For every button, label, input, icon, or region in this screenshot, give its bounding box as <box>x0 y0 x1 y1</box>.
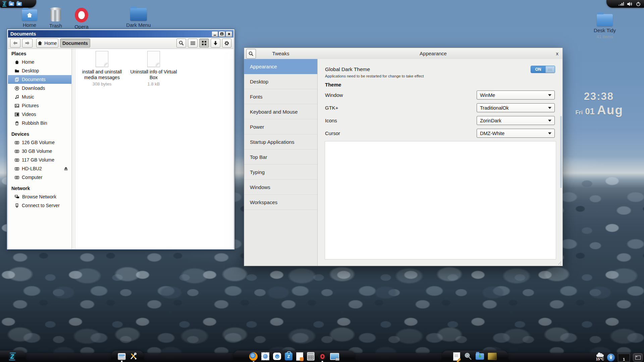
tweaks-header[interactable]: Tweaks Appearance x <box>244 48 562 59</box>
sidebar-item-videos[interactable]: Videos <box>8 110 71 119</box>
text-editor-launcher[interactable] <box>453 352 460 361</box>
chevron-down-icon <box>548 120 551 122</box>
back-button[interactable] <box>10 39 20 48</box>
file-item[interactable]: install and uninstall media messages 308… <box>77 51 127 86</box>
desktop-icon-home[interactable]: Home <box>15 9 44 28</box>
desktop-icon-trash[interactable]: Trash <box>42 9 70 28</box>
tweaks-nav-desktop[interactable]: Desktop <box>244 74 317 89</box>
file-manager-launcher[interactable] <box>118 353 126 360</box>
cursor-theme-dropdown[interactable]: DMZ-White <box>477 129 555 138</box>
sidebar-item-browse-network[interactable]: Browse Network <box>8 192 71 201</box>
maximize-button[interactable] <box>219 31 225 37</box>
tweaks-nav-typing[interactable]: Typing <box>244 165 317 180</box>
tools-icon <box>129 352 138 360</box>
home-folder-icon[interactable] <box>9 2 14 6</box>
minimize-button[interactable] <box>212 31 218 37</box>
desktop-icon-opera[interactable]: Opera <box>67 8 96 29</box>
document-file-icon <box>96 51 108 67</box>
close-button[interactable]: x <box>556 48 559 59</box>
sidebar-scrollbar[interactable] <box>72 49 75 249</box>
sidebar-item-hd-lbu2[interactable]: HD-LBU2 <box>8 164 71 173</box>
sidebar-item-30gb-volume[interactable]: 30 GB Volume <box>8 147 71 156</box>
eject-button[interactable] <box>64 167 68 171</box>
sidebar-item-computer[interactable]: Computer <box>8 173 71 182</box>
software-store-launcher[interactable]: Z <box>285 353 292 360</box>
show-desktop-button[interactable] <box>633 353 643 362</box>
sidebar-item-pictures[interactable]: Pictures <box>8 101 71 110</box>
home-crumb-button[interactable]: Home <box>36 39 58 48</box>
theme-row-gtk: GTK+ TraditionalOk <box>318 103 562 112</box>
firefox-launcher[interactable] <box>249 352 258 361</box>
temperature-label: 15°C <box>596 357 604 361</box>
search-icon <box>179 41 184 46</box>
sidebar-item-home[interactable]: Home <box>8 58 71 66</box>
grid-view-button[interactable] <box>199 39 209 48</box>
tweaks-nav-windows[interactable]: Windows <box>244 180 317 195</box>
chevron-down-icon <box>548 94 551 96</box>
volume-icon[interactable] <box>627 2 633 6</box>
tweaks-nav-keyboard-and-mouse[interactable]: Keyboard and Mouse <box>244 104 317 119</box>
window-theme-dropdown[interactable]: WinMe <box>477 90 555 100</box>
section-title-devices: Devices <box>8 130 71 138</box>
scrollbar-thumb[interactable] <box>560 116 562 188</box>
file-manager-body: Places Home Desktop Documents Downloads <box>8 49 233 249</box>
tweaks-nav-appearance[interactable]: Appearance <box>244 59 317 74</box>
global-dark-theme-toggle[interactable]: ON <box>531 66 555 73</box>
resize-grip[interactable] <box>558 261 561 265</box>
theme-preview-area <box>325 141 556 259</box>
icons-theme-dropdown[interactable]: ZorinDark <box>477 116 555 125</box>
sidebar-item-music[interactable]: Music <box>8 93 71 101</box>
download-button[interactable] <box>211 39 220 48</box>
row-label: Icons <box>325 116 337 125</box>
top-panel-left: Z <box>0 0 36 8</box>
search-tool-launcher[interactable] <box>464 352 472 360</box>
pictures-icon <box>15 104 19 108</box>
zorin-logo-icon[interactable]: Z <box>2 1 6 7</box>
thunderbird-launcher[interactable] <box>261 352 269 360</box>
documents-folder-icon[interactable] <box>16 2 22 6</box>
folder-icon <box>130 8 147 21</box>
forward-button[interactable] <box>22 39 33 48</box>
tweaks-nav-fonts[interactable]: Fonts <box>244 89 317 104</box>
opera-logo-icon <box>75 8 88 22</box>
signal-strength-icon[interactable] <box>619 2 624 6</box>
system-tools-launcher[interactable] <box>129 352 138 360</box>
sidebar-item-rubbish-bin[interactable]: Rubbish Bin <box>8 119 71 127</box>
cloud-icon <box>596 354 604 357</box>
sidebar-item-126gb-volume[interactable]: 126 GB Volume <box>8 138 71 147</box>
sidebar-item-117gb-volume[interactable]: 117 GB Volume <box>8 156 71 164</box>
documents-crumb-button[interactable]: Documents <box>60 39 90 48</box>
person-icon <box>609 355 613 360</box>
file-item[interactable]: Uninstall info of Virtual Box 1.8 kB <box>128 51 179 86</box>
gear-icon <box>224 41 229 46</box>
clock-day: Fri <box>575 109 583 116</box>
opera-launcher[interactable] <box>318 352 326 360</box>
zorin-menu-button[interactable]: Z <box>9 353 15 360</box>
tweaks-nav-power[interactable]: Power <box>244 119 317 134</box>
image-viewer-launcher[interactable] <box>488 353 497 360</box>
sidebar-item-downloads[interactable]: Downloads <box>8 84 71 93</box>
gtk-theme-dropdown[interactable]: TraditionalOk <box>477 103 555 112</box>
tweaks-nav-startup-applications[interactable]: Startup Applications <box>244 134 317 149</box>
tweaks-nav-top-bar[interactable]: Top Bar <box>244 149 317 165</box>
settings-button[interactable] <box>222 39 231 48</box>
desktop-icon-desk-tidy[interactable]: Desk Tidy 41 items <box>590 14 620 40</box>
sidebar-item-desktop[interactable]: Desktop <box>8 66 71 75</box>
power-icon[interactable] <box>636 2 641 6</box>
close-button[interactable] <box>226 31 232 37</box>
weather-applet[interactable]: 15°C <box>596 354 604 361</box>
theme-row-cursor: Cursor DMZ-White <box>318 129 562 138</box>
search-button[interactable] <box>176 39 186 48</box>
calculator-launcher[interactable] <box>307 352 315 361</box>
downloads-folder-launcher[interactable] <box>476 353 484 360</box>
screenshot-tool-launcher[interactable] <box>330 353 339 360</box>
tweaks-nav-workspaces[interactable]: Workspaces <box>244 195 317 210</box>
list-view-button[interactable] <box>188 39 198 48</box>
workspace-switcher[interactable]: 1 <box>618 354 630 362</box>
accessibility-button[interactable] <box>607 354 615 361</box>
file-manager-titlebar[interactable]: Documents <box>8 30 233 38</box>
libreoffice-launcher[interactable] <box>296 352 303 361</box>
messaging-launcher[interactable] <box>273 353 281 360</box>
sidebar-item-connect-to-server[interactable]: Connect to Server <box>8 201 71 210</box>
sidebar-item-documents[interactable]: Documents <box>8 75 71 84</box>
